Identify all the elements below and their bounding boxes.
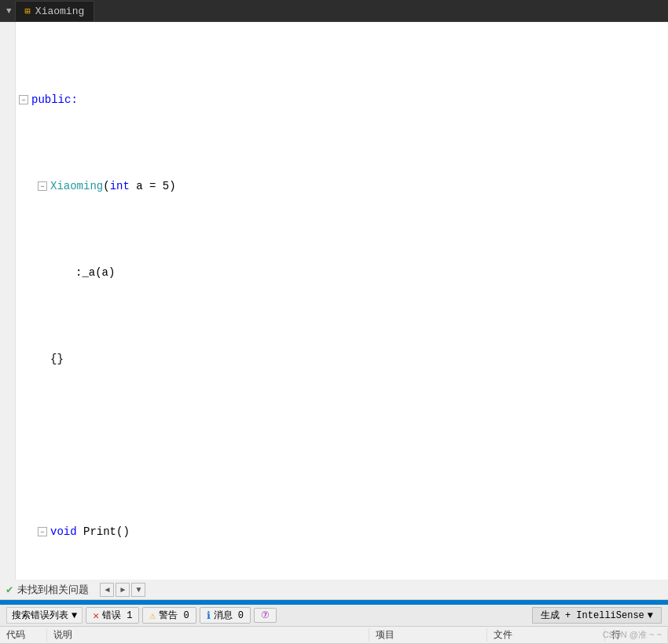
error-icon: ✕ — [93, 609, 99, 622]
error-label: 错误 1 — [102, 609, 132, 622]
error-toolbar: 搜索错误列表 ▼ ✕ 错误 1 ⚠ 警告 0 ℹ 消息 0 ⑦ 生成 + Int… — [0, 605, 668, 627]
nav-dropdown-button[interactable]: ▼ — [131, 583, 145, 597]
search-filter-button[interactable]: 搜索错误列表 ▼ — [6, 607, 83, 624]
fold-minus-1[interactable]: − — [19, 95, 28, 104]
no-issues-text: 未找到相关问题 — [17, 583, 89, 597]
no-issues-bar: ✔ 未找到相关问题 ◄ ► ▼ — [0, 580, 668, 600]
code-line: − void Print() — [19, 523, 662, 540]
watermark: CSDN @准 ~ ~ — [603, 629, 662, 641]
warning-icon: ⚠ — [149, 609, 156, 622]
check-icon: ✔ — [6, 583, 13, 596]
fold-column — [0, 22, 16, 580]
code-line: − Xiaoming(int a = 5) — [19, 177, 662, 195]
search-dropdown-icon: ▼ — [72, 610, 77, 621]
build-button[interactable]: 生成 + IntelliSense ▼ — [532, 607, 662, 624]
info-count-button[interactable]: ℹ 消息 0 — [200, 607, 251, 624]
tab-icon: ⊞ — [25, 5, 31, 17]
info-icon: ℹ — [207, 609, 211, 622]
warning-count-button[interactable]: ⚠ 警告 0 — [142, 607, 196, 624]
nav-next-button[interactable]: ► — [116, 583, 130, 597]
tab-bar: ▼ ⊞ Xiaoming — [0, 0, 668, 22]
tab-arrow[interactable]: ▼ — [3, 6, 15, 16]
fold-minus-2[interactable]: − — [38, 181, 47, 191]
error-count-button[interactable]: ✕ 错误 1 — [86, 607, 139, 624]
code-line: − public: — [19, 91, 662, 108]
code-line: :_a(a) — [19, 264, 662, 281]
code-line — [19, 437, 662, 454]
build-dropdown-icon: ▼ — [648, 610, 653, 621]
col-code[interactable]: 代码 — [0, 628, 47, 642]
nav-arrows: ◄ ► ▼ — [100, 583, 145, 597]
special-icon: ⑦ — [261, 609, 270, 621]
nav-prev-button[interactable]: ◄ — [100, 583, 114, 597]
error-table-header: 代码 说明 项目 文件 行 — [0, 627, 668, 644]
warning-label: 警告 0 — [159, 609, 189, 622]
special-button[interactable]: ⑦ — [254, 608, 277, 623]
tab-label: Xiaoming — [35, 5, 84, 17]
tab-xiaoming[interactable]: ⊞ Xiaoming — [15, 1, 95, 21]
code-line: {} — [19, 350, 662, 368]
fold-minus-3[interactable]: − — [38, 527, 47, 536]
col-project[interactable]: 项目 — [369, 628, 487, 642]
build-label: 生成 + IntelliSense — [541, 609, 644, 622]
search-label: 搜索错误列表 — [12, 609, 68, 622]
col-description[interactable]: 说明 — [47, 628, 369, 642]
code-lines[interactable]: − public: − Xiaoming(int a = 5) :_a(a) {… — [16, 22, 668, 580]
editor-area: − public: − Xiaoming(int a = 5) :_a(a) {… — [0, 22, 668, 580]
col-file[interactable]: 文件 — [487, 628, 605, 642]
info-label: 消息 0 — [214, 609, 244, 622]
code-container[interactable]: − public: − Xiaoming(int a = 5) :_a(a) {… — [0, 22, 668, 580]
